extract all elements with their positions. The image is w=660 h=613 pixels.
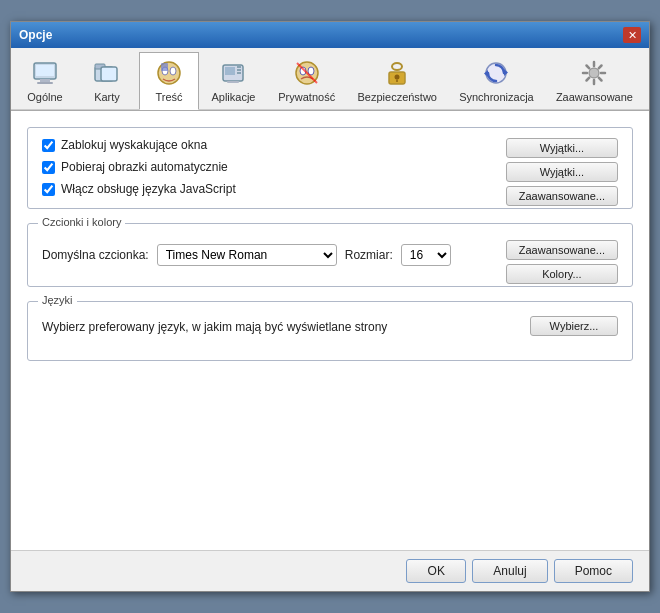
fonts-section-label: Czcionki i kolory xyxy=(38,216,125,228)
tab-ogolne[interactable]: Ogólne xyxy=(15,52,75,109)
languages-section-label: Języki xyxy=(38,294,77,306)
wyjatki1-button[interactable]: Wyjątki... xyxy=(506,138,618,158)
svg-line-32 xyxy=(587,66,590,69)
size-label: Rozmiar: xyxy=(345,248,393,262)
block-section: Zablokuj wyskakujące okna Pobieraj obraz… xyxy=(27,127,633,209)
zaawansowane-icon xyxy=(578,57,610,89)
svg-rect-12 xyxy=(225,67,235,75)
bezpieczenstwo-icon xyxy=(381,57,413,89)
aplikacje-icon xyxy=(217,57,249,89)
tab-aplikacje-label: Aplikacje xyxy=(211,91,255,103)
tab-prywatnosc[interactable]: Prywatność xyxy=(268,52,345,109)
tab-bar: Ogólne Karty Tre xyxy=(11,48,649,110)
tresc-icon xyxy=(153,57,185,89)
download-images-row: Pobieraj obrazki automatycznie xyxy=(42,160,512,174)
zaawansowane2-button[interactable]: Zaawansowane... xyxy=(506,240,618,260)
svg-rect-6 xyxy=(101,67,117,81)
tab-zaawansowane[interactable]: Zaawansowane xyxy=(546,52,643,109)
lang-row: Wybierz preferowany język, w jakim mają … xyxy=(42,316,512,334)
svg-rect-3 xyxy=(37,82,53,84)
svg-rect-20 xyxy=(392,63,402,70)
font-row: Domyślna czcionka: Times New Roman Arial… xyxy=(42,244,512,266)
svg-rect-10 xyxy=(161,63,168,71)
tab-karty[interactable]: Karty xyxy=(77,52,137,109)
main-window: Opcje ✕ Ogólne Kar xyxy=(10,21,650,592)
font-select[interactable]: Times New Roman Arial Verdana Courier Ne… xyxy=(157,244,337,266)
svg-point-9 xyxy=(170,67,176,75)
tab-synchronizacja[interactable]: Synchronizacja xyxy=(449,52,544,109)
languages-description: Wybierz preferowany język, w jakim mają … xyxy=(42,320,387,334)
font-label: Domyślna czcionka: xyxy=(42,248,149,262)
tab-zaawansowane-label: Zaawansowane xyxy=(556,91,633,103)
karty-icon xyxy=(91,57,123,89)
block-popups-label: Zablokuj wyskakujące okna xyxy=(61,138,207,152)
block-popups-checkbox[interactable] xyxy=(42,139,55,152)
tab-prywatnosc-label: Prywatność xyxy=(278,91,335,103)
svg-point-27 xyxy=(589,68,599,78)
prywatnosc-icon xyxy=(291,57,323,89)
tab-tresc[interactable]: Treść xyxy=(139,52,199,110)
tab-karty-label: Karty xyxy=(94,91,120,103)
ok-button[interactable]: OK xyxy=(406,559,466,583)
javascript-row: Włącz obsługę języka JavaScript xyxy=(42,182,512,196)
tab-bezpieczenstwo[interactable]: Bezpieczeństwo xyxy=(347,52,447,109)
content-area: Zablokuj wyskakujące okna Pobieraj obraz… xyxy=(11,110,649,550)
svg-rect-16 xyxy=(227,81,239,83)
kolory-button[interactable]: Kolory... xyxy=(506,264,618,284)
tab-bezpieczenstwo-label: Bezpieczeństwo xyxy=(358,91,438,103)
languages-section: Języki Wybierz preferowany język, w jaki… xyxy=(27,301,633,361)
svg-line-33 xyxy=(599,78,602,81)
download-images-checkbox[interactable] xyxy=(42,161,55,174)
synchronizacja-icon xyxy=(480,57,512,89)
svg-rect-1 xyxy=(36,65,54,76)
title-bar: Opcje ✕ xyxy=(11,22,649,48)
side-buttons-block: Wyjątki... Wyjątki... Zaawansowane... xyxy=(506,138,618,206)
svg-line-34 xyxy=(599,66,602,69)
zaawansowane1-button[interactable]: Zaawansowane... xyxy=(506,186,618,206)
tab-aplikacje[interactable]: Aplikacje xyxy=(201,52,266,109)
window-title: Opcje xyxy=(19,28,52,42)
close-button[interactable]: ✕ xyxy=(623,27,641,43)
javascript-label: Włącz obsługę języka JavaScript xyxy=(61,182,236,196)
checkboxes-col: Zablokuj wyskakujące okna Pobieraj obraz… xyxy=(42,138,512,196)
anuluj-button[interactable]: Anuluj xyxy=(472,559,547,583)
svg-line-35 xyxy=(587,78,590,81)
tab-ogolne-label: Ogólne xyxy=(27,91,62,103)
fonts-section: Czcionki i kolory Domyślna czcionka: Tim… xyxy=(27,223,633,287)
svg-rect-2 xyxy=(40,79,50,82)
pomoc-button[interactable]: Pomoc xyxy=(554,559,633,583)
bottom-bar: OK Anuluj Pomoc xyxy=(11,550,649,591)
wyjatki2-button[interactable]: Wyjątki... xyxy=(506,162,618,182)
javascript-checkbox[interactable] xyxy=(42,183,55,196)
block-popups-row: Zablokuj wyskakujące okna xyxy=(42,138,512,152)
tab-tresc-label: Treść xyxy=(155,91,182,103)
svg-point-22 xyxy=(395,75,400,80)
ogolne-icon xyxy=(29,57,61,89)
tab-synchronizacja-label: Synchronizacja xyxy=(459,91,534,103)
download-images-label: Pobieraj obrazki automatycznie xyxy=(61,160,228,174)
wybierz-button[interactable]: Wybierz... xyxy=(530,316,618,336)
side-buttons-fonts: Zaawansowane... Kolory... xyxy=(506,240,618,284)
size-select[interactable]: 8 10 12 14 16 18 20 24 xyxy=(401,244,451,266)
